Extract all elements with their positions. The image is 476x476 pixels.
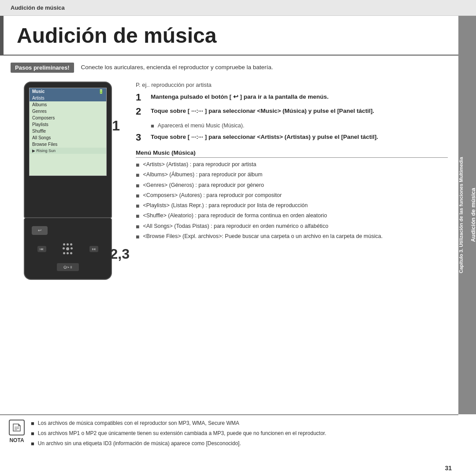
nota-note-2: ■ Los archivos MP1 o MP2 que únicamente …	[31, 430, 450, 438]
device: Music 🔋 Artists Albums Genres Composers …	[24, 82, 112, 280]
page-number: 31	[445, 465, 452, 472]
page-title-area: Audición de música	[0, 16, 458, 56]
prev-button[interactable]: ⏮	[37, 246, 46, 252]
bottom-note-area: NOTA ■ Los archivos de música compatible…	[0, 414, 458, 476]
nav-dots-mid	[63, 247, 73, 250]
menu-item-text: <Browse Files> (Expl. archivos>: Puede b…	[143, 232, 383, 240]
menu-section: Menú Music (Música) ■<Artists> (Artistas…	[136, 149, 448, 241]
power-row: ⏻/▶⏸	[57, 263, 79, 271]
nota-label: NOTA	[9, 437, 24, 443]
nota-icon	[9, 420, 25, 435]
step-3: 3 Toque sobre [ ···:··· ] para seleccion…	[136, 133, 448, 142]
nota-bullet: ■	[31, 440, 34, 448]
menu-item-text: <Genres> (Géneros) : para reproducir por…	[143, 181, 264, 189]
main-content: Music 🔋 Artists Albums Genres Composers …	[0, 78, 458, 414]
right-vertical-tab: Capítulo 3. Utilización de las funciones…	[458, 16, 476, 414]
menu-bullet: ■	[136, 181, 139, 190]
list-item: ■<Artists> (Artistas) : para reproducir …	[136, 160, 448, 169]
screen-icon: 🔋	[98, 89, 104, 94]
step-1: 1 Mantenga pulsado el botón [ ↩ ] para i…	[136, 93, 448, 102]
screen-header: Music 🔋	[30, 88, 106, 95]
prelim-badge: Pasos preliminares!	[11, 63, 74, 73]
step-number-23: 2,3	[110, 246, 130, 262]
list-item: ■<All Songs> (Todas Pistas) : para repro…	[136, 222, 448, 231]
screen-menu-browsefiles[interactable]: Browse Files	[30, 141, 106, 148]
breadcrumb: Audición de música	[11, 4, 65, 11]
device-body-top: Music 🔋 Artists Albums Genres Composers …	[24, 82, 112, 218]
nav-dot	[71, 247, 73, 249]
nav-dot	[70, 243, 72, 245]
sub-note-bullet: ■	[151, 123, 154, 129]
list-item: ■<Playlists> (Listas Repr.) : para repro…	[136, 201, 448, 210]
screen-menu-albums[interactable]: Albums	[30, 101, 106, 108]
menu-item-text: <Albums> (Álbumes) : para reproducir por…	[143, 171, 262, 178]
menu-item-text: <All Songs> (Todas Pistas) : para reprod…	[143, 222, 328, 230]
menu-section-title: Menú Music (Música)	[136, 149, 448, 158]
list-item: ■<Albums> (Álbumes) : para reproducir po…	[136, 171, 448, 179]
step-2: 2 Toque sobre [ ···:··· ] para seleccion…	[136, 107, 448, 116]
device-screen: Music 🔋 Artists Albums Genres Composers …	[29, 88, 107, 176]
nota-note-3: ■ Un archivo sin una etiqueta ID3 (infor…	[31, 440, 450, 448]
back-button[interactable]: ↩	[32, 226, 48, 235]
screen-menu-shuffle[interactable]: Shuffle	[30, 128, 106, 134]
nav-dot	[70, 252, 72, 254]
menu-item-text: <Shuffle> (Aleatorio) : para reproducir …	[143, 212, 327, 219]
prelim-text: Conecte los auriculares, encienda el rep…	[81, 63, 273, 71]
step-2-subnote: ■ Aparecerá el menú Music (Música).	[151, 123, 448, 129]
instructions-area: P. ej.. reproducción por artista 1 Mante…	[136, 82, 448, 414]
menu-bullet: ■	[136, 160, 139, 169]
menu-item-text: <Artists> (Artistas) : para reproducir p…	[143, 160, 256, 168]
screen-menu-artists[interactable]: Artists	[30, 95, 106, 101]
vertical-tab-top: Capítulo 3. Utilización de las funciones…	[458, 157, 464, 273]
menu-bullet: ■	[136, 171, 139, 179]
nav-dot	[63, 247, 65, 249]
menu-bullet: ■	[136, 201, 139, 210]
screen-title: Music	[32, 89, 45, 94]
nota-bullet: ■	[31, 430, 34, 438]
list-item: ■<Genres> (Géneros) : para reproducir po…	[136, 181, 448, 190]
nota-note-1: ■ Los archivos de música compatibles con…	[31, 420, 450, 428]
page-title: Audición de música	[17, 23, 216, 48]
now-playing-text: ▶ Rising Sun	[32, 149, 56, 153]
sub-note-text: Aparecerá el menú Music (Música).	[158, 123, 245, 129]
nav-cluster	[63, 243, 73, 254]
step-3-text: Toque sobre [ ···:··· ] para seleccionar…	[151, 133, 378, 141]
menu-bullet: ■	[136, 222, 139, 231]
nav-center-dot[interactable]	[66, 247, 69, 250]
step-number-1: 1	[112, 118, 120, 134]
screen-menu-composers[interactable]: Composers	[30, 115, 106, 121]
device-controls: ↩ ⏮	[24, 218, 112, 280]
menu-item-text: <Playlists> (Listas Repr.) : para reprod…	[143, 201, 308, 209]
nota-note-2-text: Los archivos MP1 o MP2 que únicamente ti…	[38, 430, 326, 437]
menu-bullet: ■	[136, 232, 139, 241]
nav-dot	[63, 252, 65, 254]
device-area: Music 🔋 Artists Albums Genres Composers …	[11, 82, 125, 414]
list-item: ■<Shuffle> (Aleatorio) : para reproducir…	[136, 212, 448, 220]
prelim-row: Pasos preliminares! Conecte los auricula…	[0, 56, 458, 78]
power-button[interactable]: ⏻/▶⏸	[57, 263, 79, 271]
nota-bullet: ■	[31, 420, 34, 428]
list-item: ■<Browse Files> (Expl. archivos>: Puede …	[136, 232, 448, 241]
nota-note-3-text: Un archivo sin una etiqueta ID3 (informa…	[38, 440, 241, 447]
step-2-text: Toque sobre [ ···:··· ] para seleccionar…	[151, 107, 374, 115]
content-area: Pasos preliminares! Conecte los auricula…	[0, 56, 458, 414]
step-3-num: 3	[136, 133, 146, 142]
nav-dot	[63, 243, 65, 245]
nav-dot	[67, 243, 69, 245]
menu-bullet: ■	[136, 191, 139, 200]
screen-menu-allsongs[interactable]: All Songs	[30, 134, 106, 141]
nav-dot	[67, 252, 69, 254]
ctrl-row: ⏮	[25, 243, 111, 254]
screen-now-playing: ▶ Rising Sun	[30, 148, 106, 154]
note-svg-icon	[12, 423, 21, 432]
vertical-tab-bottom: Audición de música	[470, 157, 476, 273]
next-button[interactable]: ⏭	[89, 246, 98, 252]
nota-note-1-text: Los archivos de música compatibles con e…	[38, 420, 239, 427]
screen-menu-genres[interactable]: Genres	[30, 108, 106, 115]
screen-menu-playlists[interactable]: Playlists	[30, 121, 106, 128]
breadcrumb-bar: Audición de música	[0, 0, 476, 16]
step-2-num: 2	[136, 107, 146, 116]
list-item: ■<Composers> (Autores) : para reproducir…	[136, 191, 448, 200]
menu-bullet: ■	[136, 212, 139, 220]
nota-notes: ■ Los archivos de música compatibles con…	[31, 420, 450, 448]
